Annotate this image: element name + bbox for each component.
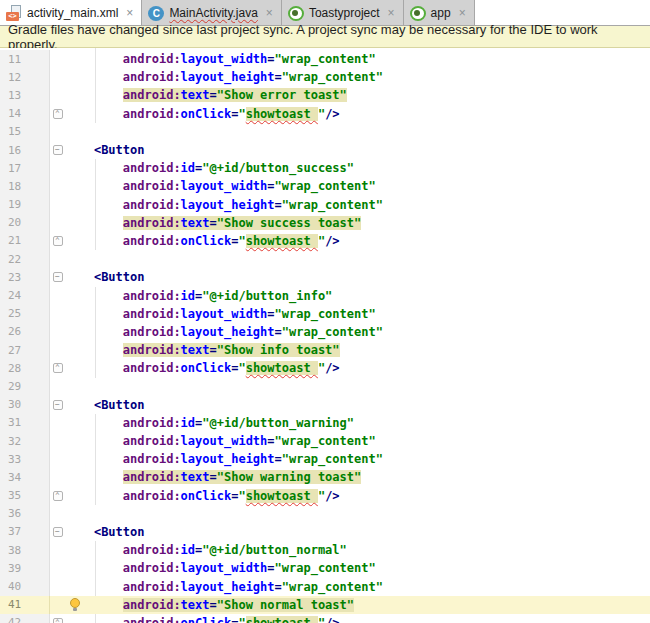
gradle-run-icon: [288, 6, 304, 21]
fold-collapse-icon[interactable]: −: [53, 145, 63, 155]
fold-collapse-icon[interactable]: −: [53, 272, 63, 282]
line-number: 33: [8, 453, 21, 466]
code-line[interactable]: 12 android:layout_height="wrap_content": [0, 68, 650, 86]
fold-column: [50, 577, 65, 595]
code-text: android:layout_width="wrap_content": [65, 307, 376, 321]
code-line[interactable]: 14⌃ android:onClick="showtoast "/>: [0, 105, 650, 123]
fold-column: −: [50, 396, 65, 414]
line-number: 14: [8, 107, 21, 120]
code-line[interactable]: 11 android:layout_width="wrap_content": [0, 50, 650, 68]
gutter: 19: [0, 196, 50, 214]
close-icon[interactable]: ×: [459, 6, 466, 20]
code-text: <Button: [65, 525, 145, 539]
fold-collapse-icon[interactable]: −: [53, 400, 63, 410]
code-line[interactable]: 34 android:text="Show warning toast": [0, 468, 650, 486]
code-line[interactable]: 37− <Button: [0, 523, 650, 541]
code-text: android:layout_height="wrap_content": [65, 70, 383, 84]
code-line[interactable]: 25 android:layout_width="wrap_content": [0, 305, 650, 323]
fold-end-icon[interactable]: ⌃: [53, 109, 63, 119]
code-line[interactable]: 18 android:layout_width="wrap_content": [0, 177, 650, 195]
fold-column: −: [50, 141, 65, 159]
fold-collapse-icon[interactable]: −: [53, 527, 63, 537]
code-line[interactable]: 19 android:layout_height="wrap_content": [0, 196, 650, 214]
code-text: android:layout_width="wrap_content": [65, 179, 376, 193]
gutter: 34: [0, 468, 50, 486]
fold-column: [50, 68, 65, 86]
code-line[interactable]: 39 android:layout_width="wrap_content": [0, 559, 650, 577]
gutter: 22: [0, 250, 50, 268]
code-line[interactable]: 13 android:text="Show error toast": [0, 86, 650, 104]
code-line[interactable]: 16− <Button: [0, 141, 650, 159]
editor[interactable]: 11 android:layout_width="wrap_content"12…: [0, 48, 650, 623]
close-icon[interactable]: ×: [388, 6, 395, 20]
code-line[interactable]: 26 android:layout_height="wrap_content": [0, 323, 650, 341]
line-number: 21: [8, 234, 21, 247]
intention-bulb-icon[interactable]: [70, 598, 80, 608]
code-line[interactable]: 42⌃ android:onClick="showtoast "/>: [0, 614, 650, 623]
fold-end-icon[interactable]: ⌃: [53, 236, 63, 246]
code-text: <Button: [65, 398, 145, 412]
tab-label: app: [431, 6, 451, 20]
fold-column: [50, 196, 65, 214]
gutter: 24: [0, 286, 50, 304]
code-line[interactable]: 15: [0, 123, 650, 141]
code-line[interactable]: 17 android:id="@+id/button_success": [0, 159, 650, 177]
fold-column: [50, 123, 65, 141]
code-text: android:layout_height="wrap_content": [65, 580, 383, 594]
code-line[interactable]: 28⌃ android:onClick="showtoast "/>: [0, 359, 650, 377]
fold-column: [50, 286, 65, 304]
fold-end-icon[interactable]: ⌃: [53, 491, 63, 501]
gutter: 36: [0, 505, 50, 523]
code-line[interactable]: 22: [0, 250, 650, 268]
tab-label: MainActivity.java: [169, 6, 257, 20]
line-number: 42: [8, 616, 21, 623]
code-line[interactable]: 40 android:layout_height="wrap_content": [0, 577, 650, 595]
line-number: 39: [8, 562, 21, 575]
gutter: 17: [0, 159, 50, 177]
code-line[interactable]: 24 android:id="@+id/button_info": [0, 286, 650, 304]
line-number: 36: [8, 507, 21, 520]
line-number: 27: [8, 344, 21, 357]
code-line[interactable]: 27 android:text="Show info toast": [0, 341, 650, 359]
gutter: 33: [0, 450, 50, 468]
code-line[interactable]: 35⌃ android:onClick="showtoast "/>: [0, 487, 650, 505]
close-icon[interactable]: ×: [266, 6, 273, 20]
gutter: 23: [0, 268, 50, 286]
code-line[interactable]: 32 android:layout_width="wrap_content": [0, 432, 650, 450]
code-text: <Button: [65, 270, 145, 284]
gutter: 27: [0, 341, 50, 359]
tab-label: activity_main.xml: [27, 6, 118, 20]
fold-column: [50, 323, 65, 341]
fold-end-icon[interactable]: ⌃: [53, 618, 63, 623]
code-line[interactable]: 20 android:text="Show success toast": [0, 214, 650, 232]
code-line[interactable]: 30− <Button: [0, 396, 650, 414]
code-line[interactable]: 31 android:id="@+id/button_warning": [0, 414, 650, 432]
line-number: 30: [8, 398, 21, 411]
tab-label: Toastyproject: [309, 6, 380, 20]
code-line[interactable]: 33 android:layout_height="wrap_content": [0, 450, 650, 468]
code-line[interactable]: 29: [0, 377, 650, 395]
line-number: 31: [8, 416, 21, 429]
code-text: android:text="Show normal toast": [65, 598, 354, 612]
gutter: 15: [0, 123, 50, 141]
code-line[interactable]: 21⌃ android:onClick="showtoast "/>: [0, 232, 650, 250]
fold-column: −: [50, 268, 65, 286]
code-line[interactable]: 41 android:text="Show normal toast": [0, 596, 650, 614]
code-line[interactable]: 36: [0, 505, 650, 523]
line-number: 38: [8, 544, 21, 557]
fold-end-icon[interactable]: ⌃: [53, 363, 63, 373]
code-text: android:layout_height="wrap_content": [65, 325, 383, 339]
fold-column: [50, 214, 65, 232]
fold-column: ⌃: [50, 614, 65, 623]
line-number: 32: [8, 435, 21, 448]
code-line[interactable]: 23− <Button: [0, 268, 650, 286]
fold-column: [50, 414, 65, 432]
gradle-sync-banner: Gradle files have changed since last pro…: [0, 26, 650, 48]
fold-column: [50, 450, 65, 468]
line-number: 19: [8, 198, 21, 211]
code-line[interactable]: 38 android:id="@+id/button_normal": [0, 541, 650, 559]
close-icon[interactable]: ×: [126, 6, 133, 20]
gutter: 12: [0, 68, 50, 86]
code-text: android:onClick="showtoast "/>: [65, 489, 340, 503]
fold-column: [50, 432, 65, 450]
